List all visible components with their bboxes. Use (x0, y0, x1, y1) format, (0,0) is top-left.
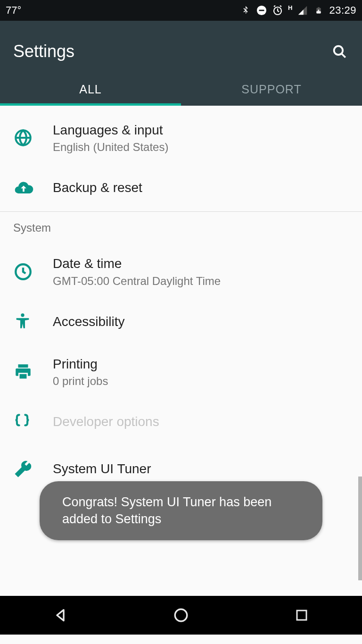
list-item-backup[interactable]: Backup & reset (0, 164, 362, 211)
list-item-subtitle: English (United States) (53, 141, 349, 154)
dnd-icon (256, 5, 267, 16)
clock-icon (13, 262, 33, 282)
svg-point-6 (334, 46, 343, 55)
list-item-languages[interactable]: Languages & input English (United States… (0, 106, 362, 164)
tab-bar: ALL SUPPORT (0, 73, 362, 106)
list-item-developer[interactable]: Developer options (0, 398, 362, 445)
nav-back-button[interactable] (41, 603, 79, 627)
app-bar: Settings ALL SUPPORT (0, 21, 362, 106)
svg-line-7 (342, 54, 346, 58)
list-item-title: Accessibility (53, 313, 349, 330)
braces-icon (13, 412, 33, 432)
svg-rect-4 (318, 7, 320, 8)
back-icon (52, 607, 68, 623)
svg-rect-5 (317, 11, 321, 14)
signal-icon (297, 5, 308, 16)
navigation-bar (0, 596, 362, 635)
battery-charging-icon (313, 5, 324, 16)
recent-apps-icon (295, 608, 309, 622)
list-item-subtitle: GMT-05:00 Central Daylight Time (53, 275, 349, 288)
search-icon (331, 43, 347, 59)
nav-home-button[interactable] (162, 603, 200, 627)
svg-rect-13 (19, 373, 27, 379)
svg-point-14 (175, 609, 187, 621)
tab-support[interactable]: SUPPORT (181, 73, 362, 106)
list-item-accessibility[interactable]: Accessibility (0, 298, 362, 345)
settings-list[interactable]: Languages & input English (United States… (0, 106, 362, 596)
nav-recent-button[interactable] (283, 603, 321, 627)
printer-icon (13, 362, 33, 382)
list-item-title: Backup & reset (53, 179, 349, 196)
svg-rect-11 (18, 364, 28, 368)
list-item-title: Printing (53, 356, 349, 373)
section-header-system: System (0, 212, 362, 239)
accessibility-icon (13, 312, 33, 332)
list-item-title: System UI Tuner (53, 460, 349, 477)
list-item-title: Developer options (53, 413, 349, 430)
svg-rect-15 (297, 611, 306, 620)
bluetooth-icon (240, 5, 251, 16)
status-temperature: 77° (6, 4, 21, 17)
list-item-datetime[interactable]: Date & time GMT-05:00 Central Daylight T… (0, 239, 362, 298)
cloud-upload-icon (13, 178, 33, 198)
globe-icon (13, 128, 33, 148)
network-type-indicator: H (288, 2, 292, 13)
list-item-title: Languages & input (53, 122, 349, 139)
search-button[interactable] (330, 42, 349, 61)
alarm-icon (272, 5, 283, 16)
svg-point-10 (21, 313, 24, 317)
tab-all[interactable]: ALL (0, 73, 181, 106)
svg-rect-1 (259, 10, 264, 11)
home-icon (173, 607, 189, 623)
toast-message: Congrats! System UI Tuner has been added… (62, 495, 272, 526)
status-time: 23:29 (329, 4, 356, 17)
status-bar: 77° H 23:29 (0, 0, 362, 21)
scroll-indicator[interactable] (358, 477, 362, 580)
toast: Congrats! System UI Tuner has been added… (40, 481, 322, 540)
wrench-icon (13, 459, 33, 479)
page-title: Settings (13, 42, 74, 61)
list-item-printing[interactable]: Printing 0 print jobs (0, 345, 362, 398)
list-item-title: Date & time (53, 255, 349, 272)
list-item-subtitle: 0 print jobs (53, 375, 349, 388)
